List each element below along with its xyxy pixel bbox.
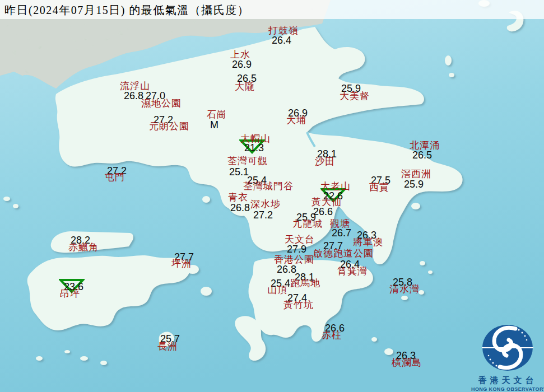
station-name: 九龍城 <box>292 219 323 228</box>
station-name: 長洲 <box>157 342 178 351</box>
station-value: 26.9 <box>232 59 252 69</box>
hko-logo: 香港天文台 HONG KONG OBSERVATORY <box>471 323 544 392</box>
station-name: 石崗 <box>207 110 227 119</box>
page-title: 昨日(2024年07月15日) 的最低氣溫（攝氏度） <box>4 3 249 18</box>
station-name: 跑馬地 <box>290 278 320 288</box>
station-name: 滘西洲 <box>401 169 431 179</box>
station-value: 26.7 <box>332 228 351 238</box>
station-value: 26.8 <box>230 203 250 213</box>
station-name: 觀塘 <box>330 219 350 228</box>
station-value: 25.1 <box>229 167 249 177</box>
hko-logo-icon <box>481 323 534 372</box>
station-name: 橫瀾島 <box>392 358 422 367</box>
station-name: 大埔 <box>286 115 306 125</box>
station-name: 荃灣可觀 <box>227 156 268 166</box>
station-name: 啟德跑道公園 <box>313 249 374 258</box>
station-value: 27.2 <box>253 210 273 220</box>
weather-map-screen: 昨日(2024年07月15日) 的最低氣溫（攝氏度） 打鼓嶺26.4上水26.9… <box>0 0 544 392</box>
station-value: 27.9 <box>287 244 306 254</box>
hong-kong-map <box>0 0 544 392</box>
hko-logo-name-en: HONG KONG OBSERVATORY <box>471 386 544 392</box>
station-value: 25.9 <box>404 179 424 189</box>
station-name: 荃灣城門谷 <box>243 181 294 191</box>
station-value: 21.3 <box>244 143 264 153</box>
station-value: 26.8 <box>277 264 296 274</box>
station-name: 屯門 <box>105 172 125 182</box>
station-name: 黃大仙 <box>311 197 342 207</box>
station-name: 天文台 <box>285 235 315 244</box>
station-name: 清水灣 <box>389 284 420 294</box>
station-value: 26.6 <box>313 207 333 217</box>
station-name: 大帽山 <box>240 134 271 143</box>
station-value: 26.5 <box>412 150 432 160</box>
station-name: 深水埗 <box>250 199 281 209</box>
station-name: 元朗公園 <box>149 122 189 131</box>
station-name: 打鼓嶺 <box>268 26 299 35</box>
station-value: M <box>210 120 218 130</box>
hko-logo-name-cn: 香港天文台 <box>471 375 544 386</box>
station-name: 將軍澳 <box>353 237 383 247</box>
station-name: 大隴 <box>235 82 255 91</box>
station-name: 赤柱 <box>322 330 342 340</box>
station-name: 香港公園 <box>274 255 314 264</box>
station-name: 上水 <box>230 50 250 59</box>
station-name: 筲箕灣 <box>337 267 368 276</box>
station-name: 濕地公園 <box>141 99 182 108</box>
station-name: 黃竹坑 <box>283 300 314 310</box>
station-name: 大美督 <box>340 91 370 101</box>
station-name: 北潭涌 <box>410 141 440 150</box>
station-name: 沙田 <box>315 157 335 166</box>
station-name: 赤鱲角 <box>68 242 99 252</box>
station-name: 青衣 <box>228 193 248 202</box>
station-name: 西貢 <box>369 183 389 192</box>
station-value: 26.4 <box>272 35 291 45</box>
station-name: 山頂 <box>267 285 287 295</box>
station-name: 流浮山 <box>120 81 150 91</box>
station-name: 昂坪 <box>60 289 80 298</box>
station-name: 大老山 <box>320 181 351 191</box>
station-name: 坪洲 <box>171 259 192 268</box>
station-value: 26.8 <box>124 91 143 101</box>
